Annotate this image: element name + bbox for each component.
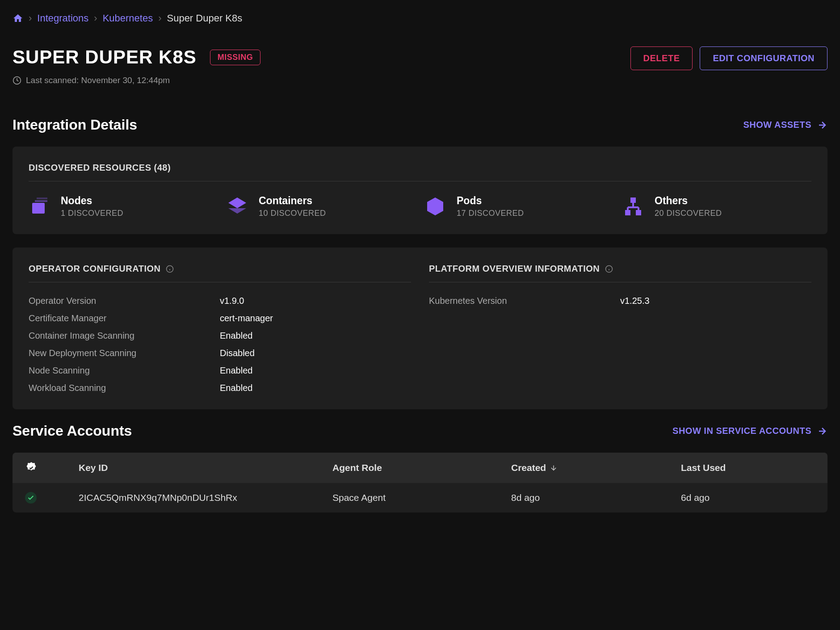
arrow-right-icon	[817, 120, 827, 130]
config-value: v1.9.0	[220, 296, 244, 306]
config-row: Node ScanningEnabled	[29, 365, 411, 376]
config-row: Workload ScanningEnabled	[29, 383, 411, 393]
config-value: cert-manager	[220, 313, 273, 323]
platform-info-title: PLATFORM OVERVIEW INFORMATION	[429, 264, 600, 274]
containers-icon	[227, 196, 248, 217]
resource-name: Pods	[457, 195, 524, 207]
config-key: Certificate Manager	[29, 313, 220, 323]
divider	[429, 282, 811, 282]
svg-rect-7	[636, 210, 641, 215]
config-key: New Deployment Scanning	[29, 348, 220, 358]
resource-name: Containers	[259, 195, 326, 207]
resource-pods[interactable]: Pods 17 DISCOVERED	[424, 195, 613, 218]
show-in-service-accounts-link[interactable]: SHOW IN SERVICE ACCOUNTS	[672, 426, 827, 437]
discovered-resources-title: DISCOVERED RESOURCES (48)	[29, 163, 811, 173]
resource-count: 1 DISCOVERED	[61, 209, 123, 218]
sort-desc-icon	[550, 464, 558, 472]
svg-rect-2	[32, 203, 45, 214]
resource-name: Nodes	[61, 195, 123, 207]
config-key: Container Image Scanning	[29, 331, 220, 341]
show-assets-link[interactable]: SHOW ASSETS	[743, 120, 827, 130]
config-row: Container Image ScanningEnabled	[29, 331, 411, 341]
column-last-used[interactable]: Last Used	[681, 462, 815, 473]
arrow-right-icon	[817, 426, 827, 437]
config-key: Operator Version	[29, 296, 220, 306]
resource-nodes[interactable]: Nodes 1 DISCOVERED	[29, 195, 218, 218]
verified-icon	[25, 462, 38, 474]
operator-config-title: OPERATOR CONFIGURATION	[29, 264, 160, 274]
status-check-icon	[25, 492, 37, 504]
configuration-card: OPERATOR CONFIGURATION Operator Versionv…	[13, 248, 827, 409]
service-accounts-heading: Service Accounts	[13, 423, 132, 439]
config-value: Enabled	[220, 331, 252, 341]
status-badge: MISSING	[210, 50, 261, 65]
cell-agent-role: Space Agent	[332, 492, 511, 503]
config-value: Enabled	[220, 365, 252, 376]
nodes-icon	[29, 196, 50, 217]
service-accounts-table: Key ID Agent Role Created Last Used 2ICA…	[13, 453, 827, 512]
config-row: Operator Versionv1.9.0	[29, 296, 411, 306]
divider	[29, 282, 411, 282]
breadcrumb: › Integrations › Kubernetes › Super Dupe…	[13, 13, 827, 24]
resource-count: 10 DISCOVERED	[259, 209, 326, 218]
svg-rect-3	[35, 200, 47, 202]
integration-details-heading: Integration Details	[13, 117, 137, 133]
svg-rect-4	[37, 197, 47, 199]
resource-count: 17 DISCOVERED	[457, 209, 524, 218]
column-agent-role[interactable]: Agent Role	[332, 462, 511, 473]
last-scanned-text: Last scanned: November 30, 12:44pm	[26, 76, 170, 85]
divider	[29, 181, 811, 181]
breadcrumb-separator: ›	[29, 13, 32, 24]
config-row: Kubernetes Versionv1.25.3	[429, 296, 811, 306]
config-row: New Deployment ScanningDisabled	[29, 348, 411, 358]
page-title: SUPER DUPER K8S	[13, 46, 197, 68]
resource-name: Others	[655, 195, 722, 207]
config-row: Certificate Managercert-manager	[29, 313, 411, 323]
breadcrumb-kubernetes[interactable]: Kubernetes	[103, 13, 153, 24]
config-value: Enabled	[220, 383, 252, 393]
column-key-id[interactable]: Key ID	[79, 462, 332, 473]
cell-created: 8d ago	[511, 492, 681, 503]
config-value: Disabled	[220, 348, 255, 358]
config-key: Node Scanning	[29, 365, 220, 376]
config-key: Kubernetes Version	[429, 296, 620, 306]
table-header: Key ID Agent Role Created Last Used	[13, 453, 827, 483]
svg-rect-5	[630, 197, 636, 203]
svg-rect-6	[625, 210, 630, 215]
cell-key-id: 2ICAC5QmRNX9q7MNp0nDUr1ShRx	[79, 492, 332, 503]
config-value: v1.25.3	[620, 296, 650, 306]
pods-icon	[424, 196, 446, 217]
breadcrumb-current: Super Duper K8s	[167, 13, 242, 24]
column-created[interactable]: Created	[511, 462, 681, 473]
breadcrumb-separator: ›	[94, 13, 97, 24]
cell-last-used: 6d ago	[681, 492, 815, 503]
breadcrumb-separator: ›	[158, 13, 161, 24]
delete-button[interactable]: DELETE	[630, 46, 693, 70]
clock-icon	[13, 76, 21, 85]
info-icon[interactable]	[605, 265, 613, 273]
resource-others[interactable]: Others 20 DISCOVERED	[622, 195, 811, 218]
breadcrumb-integrations[interactable]: Integrations	[37, 13, 88, 24]
discovered-resources-card: DISCOVERED RESOURCES (48) Nodes 1 DISCOV…	[13, 147, 827, 234]
info-icon[interactable]	[166, 265, 174, 273]
config-key: Workload Scanning	[29, 383, 220, 393]
resource-containers[interactable]: Containers 10 DISCOVERED	[227, 195, 416, 218]
home-icon[interactable]	[13, 13, 23, 24]
edit-configuration-button[interactable]: EDIT CONFIGURATION	[700, 46, 827, 70]
others-icon	[622, 196, 644, 217]
resource-count: 20 DISCOVERED	[655, 209, 722, 218]
table-row[interactable]: 2ICAC5QmRNX9q7MNp0nDUr1ShRx Space Agent …	[13, 483, 827, 512]
